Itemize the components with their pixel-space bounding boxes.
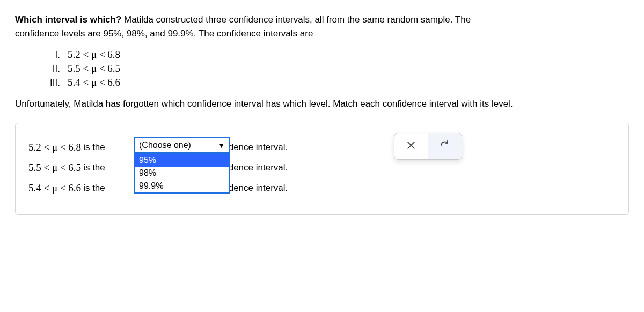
- row-expression: 5.5 < μ < 6.5: [28, 162, 81, 174]
- row-isthe: is the: [83, 142, 105, 153]
- answer-panel: 5.2 < μ < 6.8 is the confidence interval…: [15, 123, 629, 215]
- prompt-bold: Which interval is which?: [15, 14, 121, 25]
- answer-row: 5.2 < μ < 6.8 is the confidence interval…: [28, 137, 616, 158]
- answer-row: 5.5 < μ < 6.5 is the confidence interval…: [28, 158, 616, 178]
- answer-row: 5.4 < μ < 6.6 is the confidence interval…: [28, 178, 616, 198]
- answer-rows: 5.2 < μ < 6.8 is the confidence interval…: [28, 137, 616, 198]
- roman-numeral: I.: [44, 50, 60, 61]
- interval-expression: 5.4 < μ < 6.6: [68, 77, 120, 88]
- select-option-999[interactable]: 99.9%: [135, 180, 229, 192]
- list-item: III. 5.4 < μ < 6.6: [44, 77, 629, 88]
- chevron-down-icon: ▼: [218, 142, 225, 150]
- select-option-98[interactable]: 98%: [135, 167, 229, 180]
- interval-expression: 5.5 < μ < 6.5: [68, 63, 120, 75]
- interval-expression: 5.2 < μ < 6.8: [68, 49, 120, 61]
- row-isthe: is the: [83, 162, 105, 173]
- list-item: II. 5.5 < μ < 6.5: [44, 63, 629, 75]
- select-options-list: 95% 98% 99.9%: [134, 153, 230, 194]
- prompt-line2: confidence levels are 95%, 98%, and 99.9…: [15, 28, 313, 39]
- instruction-text: Unfortunately, Matilda has forgotten whi…: [15, 97, 629, 111]
- roman-numeral: III.: [44, 78, 60, 88]
- row-expression: 5.2 < μ < 6.8: [28, 142, 81, 153]
- prompt-line1: Matilda constructed three confidence int…: [121, 14, 471, 25]
- interval-list: I. 5.2 < μ < 6.8 II. 5.5 < μ < 6.5 III. …: [44, 49, 629, 88]
- select-option-95[interactable]: 95%: [135, 154, 229, 167]
- list-item: I. 5.2 < μ < 6.8: [44, 49, 629, 61]
- roman-numeral: II.: [44, 64, 60, 75]
- row-expression: 5.4 < μ < 6.6: [28, 182, 81, 194]
- row-isthe: is the: [83, 183, 105, 194]
- confidence-level-select[interactable]: (Choose one) ▼: [134, 137, 230, 153]
- question-prompt: Which interval is which? Matilda constru…: [15, 13, 629, 41]
- select-placeholder: (Choose one): [139, 140, 191, 150]
